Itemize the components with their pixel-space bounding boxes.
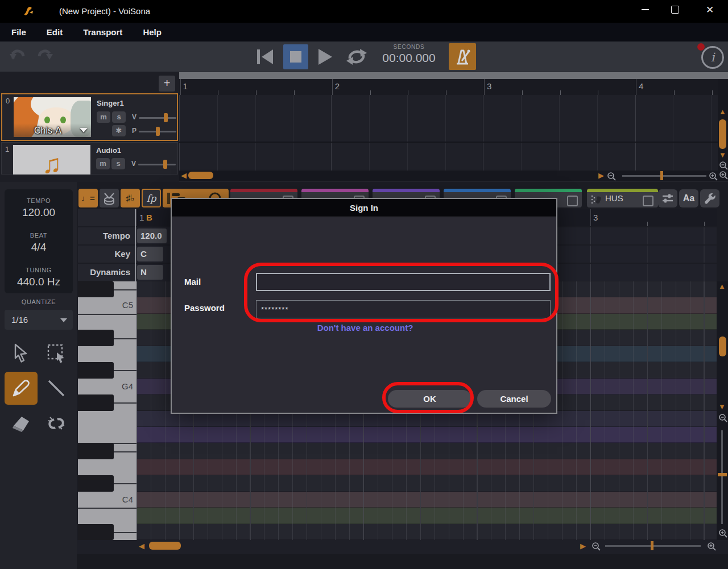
zoom-in-icon[interactable] xyxy=(709,172,718,181)
menu-item-help[interactable]: Help xyxy=(143,27,162,37)
toolbar-tempo-button[interactable]: ♩= xyxy=(78,189,98,207)
lane-value-dynamics[interactable]: N xyxy=(137,265,163,280)
black-key-cs5[interactable] xyxy=(78,281,114,297)
piano-keyboard[interactable]: C5G4C4 xyxy=(78,281,136,540)
volume-slider[interactable] xyxy=(138,164,176,165)
pan-slider-thumb[interactable] xyxy=(156,127,160,136)
zoom-slider-thumb[interactable] xyxy=(718,473,727,476)
mute-button[interactable]: m xyxy=(96,158,110,169)
scroll-arrow-icon[interactable]: ◀ xyxy=(181,172,187,179)
info-button[interactable]: i xyxy=(701,46,724,69)
loop-button[interactable] xyxy=(345,46,369,68)
tool-pointer[interactable] xyxy=(5,337,38,369)
black-key-as4[interactable] xyxy=(78,330,114,346)
zoom-slider-thumb[interactable] xyxy=(660,171,663,180)
menu-item-transport[interactable]: Transport xyxy=(83,27,122,37)
menu-item-file[interactable]: File xyxy=(11,27,26,37)
black-key-ds4[interactable] xyxy=(78,443,114,459)
voice-select-chevron-icon[interactable] xyxy=(80,128,88,132)
song-info-box: TEMPO 120.00 BEAT 4/4 TUNING 440.0 Hz xyxy=(5,189,73,293)
maximize-button[interactable] xyxy=(662,0,688,19)
scrollbar-thumb[interactable] xyxy=(719,337,726,356)
zoom-slider-track[interactable] xyxy=(622,175,706,177)
arrangement-grid[interactable] xyxy=(179,95,718,171)
metronome-button[interactable] xyxy=(449,43,476,70)
cancel-button[interactable]: Cancel xyxy=(477,390,551,408)
black-key-cs4[interactable] xyxy=(78,475,114,491)
scroll-arrow-icon[interactable]: ▲ xyxy=(719,108,726,115)
audio-thumbnail[interactable]: ♫ xyxy=(13,145,90,175)
scroll-arrow-icon[interactable]: ▲ xyxy=(718,283,726,290)
sliders-icon xyxy=(661,193,674,204)
scrollbar-thumb[interactable] xyxy=(149,542,181,550)
scroll-arrow-icon[interactable]: ▼ xyxy=(719,151,726,159)
play-button[interactable] xyxy=(313,45,336,68)
panel-color-strip xyxy=(444,189,511,192)
tool-line[interactable] xyxy=(40,372,73,405)
black-key-fs4[interactable] xyxy=(78,394,114,410)
quantize-dropdown[interactable]: 1/16 xyxy=(5,310,73,330)
volume-slider-thumb[interactable] xyxy=(163,160,167,169)
stop-button[interactable] xyxy=(283,44,308,69)
add-track-button[interactable]: + xyxy=(159,76,175,92)
hus-checkbox[interactable] xyxy=(643,196,653,206)
toolbar-key-button[interactable]: ♯♭ xyxy=(121,189,140,207)
pan-slider[interactable] xyxy=(139,131,176,132)
zoom-slider-thumb[interactable] xyxy=(651,541,653,550)
undo-icon[interactable] xyxy=(8,47,27,65)
zoom-out-icon[interactable] xyxy=(607,172,616,181)
toolbar-mixer-button[interactable] xyxy=(658,189,677,207)
toolbar-settings-button[interactable] xyxy=(700,189,719,207)
scroll-arrow-icon[interactable]: ▶ xyxy=(580,542,586,550)
freeze-button[interactable]: ✱ xyxy=(112,125,126,136)
solo-button[interactable]: s xyxy=(112,111,126,123)
minimize-button[interactable] xyxy=(632,0,658,19)
scroll-arrow-icon[interactable]: ▶ xyxy=(598,172,604,179)
tool-unlink[interactable] xyxy=(40,407,73,440)
singer-avatar[interactable]: Chis-A xyxy=(14,97,91,137)
scroll-arrow-icon[interactable]: ▼ xyxy=(718,403,726,410)
password-input[interactable] xyxy=(256,300,551,318)
toolbar-beat-button[interactable] xyxy=(100,189,119,207)
toolbar-lyrics-button[interactable]: Aa xyxy=(679,189,698,207)
tool-eraser[interactable] xyxy=(5,407,38,440)
toolbar-hus-button[interactable]: HUS xyxy=(587,189,658,207)
zoom-out-icon[interactable] xyxy=(719,161,728,170)
zoom-in-icon[interactable] xyxy=(707,542,716,551)
ruler-tick xyxy=(712,90,713,95)
close-button[interactable]: ✕ xyxy=(697,0,723,19)
key-separator xyxy=(78,508,136,509)
mute-button[interactable]: m xyxy=(97,111,110,123)
ruler-tick xyxy=(446,90,446,95)
rewind-button[interactable] xyxy=(254,45,276,68)
ok-button[interactable]: OK xyxy=(388,390,471,408)
zoom-slider-track[interactable] xyxy=(721,430,723,524)
scrollbar-thumb[interactable] xyxy=(188,172,213,179)
black-key-as3[interactable] xyxy=(78,524,114,540)
lane-value-key[interactable]: C xyxy=(137,247,163,261)
track-row-singer1[interactable]: 0 Chis-A Singer1 m s V ✱ P xyxy=(1,93,178,141)
tool-pencil[interactable] xyxy=(5,372,38,405)
solo-button[interactable]: s xyxy=(111,158,125,169)
toolbar-dynamics-button[interactable]: fp xyxy=(142,189,161,207)
zoom-in-icon[interactable] xyxy=(718,529,727,538)
arrangement-ruler[interactable]: 1234 xyxy=(179,79,718,95)
black-key-gs4[interactable] xyxy=(78,362,114,378)
tool-marquee-select[interactable] xyxy=(40,337,73,369)
panel-checkbox[interactable] xyxy=(567,196,578,206)
mail-input[interactable] xyxy=(256,273,551,291)
zoom-out-icon[interactable] xyxy=(718,413,727,422)
scroll-arrow-icon[interactable]: ◀ xyxy=(139,542,144,550)
measure-line xyxy=(636,79,636,95)
volume-slider[interactable] xyxy=(139,117,176,119)
redo-icon[interactable] xyxy=(35,47,55,65)
signup-link[interactable]: Don't have an account? xyxy=(274,323,456,333)
lane-value-tempo[interactable]: 120.0 xyxy=(137,229,167,243)
menu-item-edit[interactable]: Edit xyxy=(47,27,63,37)
track-row-audio1[interactable]: 1 ♫ Audio1 m s V xyxy=(1,142,178,175)
zoom-in-icon[interactable] xyxy=(719,171,728,180)
volume-slider-thumb[interactable] xyxy=(164,113,168,122)
zoom-out-icon[interactable] xyxy=(592,542,601,551)
arrangement-top-scrollbar[interactable] xyxy=(179,72,728,79)
scrollbar-thumb[interactable] xyxy=(719,119,726,149)
